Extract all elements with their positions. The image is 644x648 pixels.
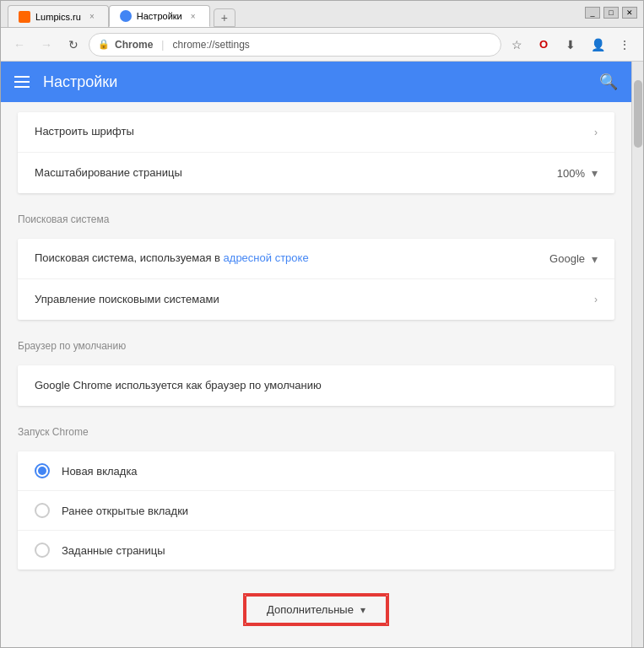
radio-new-tab-circle (35, 463, 50, 478)
search-engine-label: Поисковая система, используемая в адресн… (35, 251, 549, 266)
settings-search-button[interactable]: 🔍 (599, 73, 618, 91)
scrollbar[interactable] (631, 62, 643, 647)
close-button[interactable]: ✕ (622, 7, 637, 19)
manage-search-chevron: › (594, 294, 598, 305)
radio-new-tab-label: Новая вкладка (62, 465, 138, 478)
window-controls: _ □ ✕ (585, 7, 637, 19)
hamburger-menu[interactable] (14, 76, 30, 88)
radio-prev-tabs-label: Ранее открытые вкладки (62, 505, 188, 517)
zoom-label: Масштабирование страницы (35, 165, 557, 181)
address-path: chrome://settings (172, 39, 249, 51)
tab-label-settings: Настройки (137, 11, 182, 21)
startup-section-label: Запуск Chrome (1, 416, 631, 441)
radio-new-tab[interactable]: Новая вкладка (18, 451, 614, 491)
tab-bar: Lumpics.ru × Настройки × + (8, 5, 636, 27)
maximize-button[interactable]: □ (603, 7, 619, 19)
fonts-label: Настроить шрифты (35, 124, 594, 139)
browser-window: Lumpics.ru × Настройки × + _ □ ✕ ← → ↻ 🔒… (0, 0, 644, 648)
title-bar: Lumpics.ru × Настройки × + _ □ ✕ (1, 1, 643, 28)
opera-button[interactable]: O (532, 33, 555, 57)
search-engine-card: Поисковая система, используемая в адресн… (18, 239, 614, 320)
radio-prev-tabs-circle (35, 503, 50, 518)
settings-content: Настроить шрифты › Масштабирование стран… (1, 102, 631, 647)
default-browser-label: Google Chrome используется как браузер п… (35, 378, 598, 393)
bookmark-button[interactable]: ☆ (505, 33, 528, 57)
address-lock-icon: 🔒 (98, 39, 110, 50)
default-browser-section-label: Браузер по умолчанию (1, 330, 631, 355)
bottom-area: Дополнительные ▾ (1, 580, 631, 643)
download-button[interactable]: ⬇ (559, 33, 582, 57)
settings-page-title: Настройки (43, 73, 117, 91)
profile-button[interactable]: 👤 (586, 33, 609, 57)
back-button[interactable]: ← (8, 33, 31, 57)
tab-favicon-settings (120, 10, 132, 22)
manage-search-item[interactable]: Управление поисковыми системами › (18, 279, 614, 320)
menu-button[interactable]: ⋮ (613, 33, 636, 57)
zoom-item[interactable]: Масштабирование страницы 100% ▾ (18, 153, 614, 193)
fonts-zoom-card: Настроить шрифты › Масштабирование стран… (18, 112, 614, 193)
more-button-label: Дополнительные (267, 603, 354, 616)
tab-close-settings[interactable]: × (187, 10, 199, 22)
hamburger-line-3 (14, 86, 30, 88)
search-engine-value: Google (549, 252, 585, 265)
radio-specific-pages-circle (35, 543, 50, 558)
tab-close-lumpics[interactable]: × (86, 11, 98, 23)
radio-specific-pages[interactable]: Заданные страницы (18, 531, 614, 570)
search-section-label: Поисковая система (1, 203, 631, 229)
radio-specific-pages-label: Заданные страницы (62, 544, 165, 557)
new-tab-button[interactable]: + (214, 8, 235, 27)
fonts-chevron: › (594, 127, 598, 138)
tab-favicon-lumpics (19, 11, 30, 23)
tab-settings[interactable]: Настройки × (109, 5, 210, 27)
browser-content: Настройки 🔍 Настроить шрифты › Масштабир… (1, 62, 643, 647)
nav-bar: ← → ↻ 🔒 Chrome | chrome://settings ☆ O ⬇… (1, 28, 643, 62)
minimize-button[interactable]: _ (585, 7, 600, 19)
zoom-value: 100% (557, 167, 585, 180)
address-bar[interactable]: 🔒 Chrome | chrome://settings (89, 33, 501, 57)
hamburger-line-1 (14, 76, 30, 78)
forward-button[interactable]: → (35, 33, 58, 57)
tab-label-lumpics: Lumpics.ru (35, 12, 81, 22)
more-button-arrow: ▾ (360, 604, 365, 616)
settings-header: Настройки 🔍 (1, 62, 631, 102)
address-provider: Chrome (115, 39, 153, 51)
startup-card: Новая вкладка Ранее открытые вкладки Зад… (18, 451, 614, 570)
search-engine-item[interactable]: Поисковая система, используемая в адресн… (18, 239, 614, 279)
hamburger-line-2 (14, 81, 30, 83)
address-bar-link[interactable]: адресной строке (224, 251, 309, 264)
manage-search-label: Управление поисковыми системами (35, 292, 594, 307)
search-label-text: Поисковая система, используемая в (35, 251, 224, 264)
fonts-item[interactable]: Настроить шрифты › (18, 112, 614, 153)
more-button[interactable]: Дополнительные ▾ (245, 595, 387, 624)
tab-lumpics[interactable]: Lumpics.ru × (8, 5, 109, 27)
default-browser-card: Google Chrome используется как браузер п… (18, 365, 614, 406)
scroll-thumb[interactable] (634, 80, 642, 148)
radio-prev-tabs[interactable]: Ранее открытые вкладки (18, 491, 614, 531)
address-separator: | (161, 39, 164, 51)
default-browser-item: Google Chrome используется как браузер п… (18, 365, 614, 406)
settings-page: Настройки 🔍 Настроить шрифты › Масштабир… (1, 62, 631, 647)
zoom-dropdown-arrow: ▾ (592, 166, 598, 180)
reload-button[interactable]: ↻ (62, 33, 85, 57)
more-button-highlight: Дополнительные ▾ (243, 593, 389, 626)
search-dropdown-arrow: ▾ (592, 252, 598, 266)
